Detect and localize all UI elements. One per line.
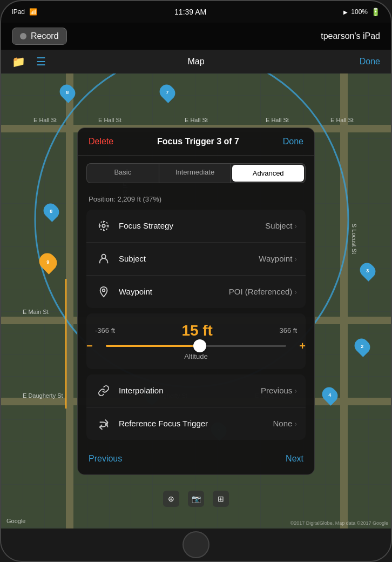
reference-focus-chevron: ›: [294, 419, 297, 428]
reference-focus-value: None: [273, 419, 292, 428]
focus-strategy-label: Focus Strategy: [119, 221, 265, 230]
location-icon: ▶: [343, 9, 348, 15]
toolbar: 📁 ☰ Map Done: [1, 50, 391, 73]
focus-trigger-modal: Delete Focus Trigger 3 of 7 Done Basic I…: [77, 128, 315, 475]
tab-intermediate[interactable]: Intermediate: [159, 164, 232, 183]
status-left: iPad 📶: [12, 8, 37, 16]
subject-row[interactable]: Subject Waypoint ›: [86, 243, 306, 276]
filter-icon[interactable]: ☰: [36, 55, 46, 68]
interpolation-chevron: ›: [294, 386, 297, 395]
slider-min: -366 ft: [95, 326, 115, 334]
battery-label: 100%: [351, 8, 368, 16]
slider-track[interactable]: [106, 345, 286, 347]
waypoint-value: POI (Referenced): [229, 287, 293, 296]
waypoint-label: Waypoint: [119, 287, 229, 296]
slider-fill: [106, 345, 200, 347]
tab-advanced[interactable]: Advanced: [232, 165, 304, 182]
reference-focus-label: Reference Focus Trigger: [119, 419, 273, 428]
interpolation-icon: [95, 382, 112, 399]
modal-footer: Previous Next: [78, 445, 314, 474]
map-title: Map: [187, 57, 204, 66]
interpolation-value: Previous: [261, 386, 292, 395]
slider-value: 15 ft: [115, 322, 280, 339]
tab-control[interactable]: Basic Intermediate Advanced: [86, 163, 306, 183]
reference-focus-icon: [95, 415, 112, 432]
wifi-icon: 📶: [29, 8, 37, 16]
focus-strategy-row[interactable]: Focus Strategy Subject ›: [86, 210, 306, 243]
waypoint-icon: [95, 283, 112, 300]
svg-point-2: [102, 224, 105, 228]
tab-basic[interactable]: Basic: [87, 164, 159, 183]
slider-thumb[interactable]: [193, 339, 206, 352]
slider-minus-button[interactable]: −: [86, 339, 93, 352]
modal-header: Delete Focus Trigger 3 of 7 Done: [78, 128, 314, 156]
toolbar-left[interactable]: 📁 ☰: [12, 55, 46, 68]
previous-button[interactable]: Previous: [89, 454, 122, 464]
record-label: Record: [31, 31, 59, 41]
subject-label: Subject: [119, 254, 259, 263]
slider-wrapper: − +: [95, 345, 297, 347]
svg-point-4: [102, 254, 105, 258]
home-button[interactable]: [183, 531, 209, 558]
record-dot-icon: [20, 33, 26, 39]
svg-point-5: [103, 289, 105, 291]
bottom-bar: [1, 528, 391, 561]
interpolation-row[interactable]: Interpolation Previous ›: [86, 374, 306, 407]
device-frame: iPad 📶 11:39 AM ▶ 100% 🔋 Record tpearson…: [0, 0, 392, 562]
settings-section-1: Focus Strategy Subject › Subject Waypoin…: [86, 210, 306, 308]
focus-strategy-chevron: ›: [294, 222, 297, 230]
slider-max: 366 ft: [279, 326, 297, 334]
position-info: Position: 2,209 ft (37%): [78, 191, 314, 210]
ipad-label: iPad: [12, 8, 25, 16]
record-button[interactable]: Record: [12, 28, 67, 45]
slider-label: Altitude: [95, 352, 297, 360]
settings-section-2: Interpolation Previous › Reference Focus…: [86, 374, 306, 440]
modal-overlay: Delete Focus Trigger 3 of 7 Done Basic I…: [1, 73, 391, 528]
delete-button[interactable]: Delete: [89, 137, 113, 146]
subject-value: Waypoint: [259, 254, 292, 263]
time-display: 11:39 AM: [174, 8, 206, 16]
status-bar: iPad 📶 11:39 AM ▶ 100% 🔋: [1, 1, 391, 23]
device-name: tpearson's iPad: [321, 31, 380, 41]
subject-chevron: ›: [294, 255, 297, 263]
folder-icon[interactable]: 📁: [12, 55, 25, 68]
focus-strategy-value: Subject: [265, 221, 292, 230]
toolbar-done-button[interactable]: Done: [360, 57, 380, 66]
record-bar: Record tpearson's iPad: [1, 23, 391, 50]
focus-strategy-icon: [95, 217, 112, 235]
slider-plus-button[interactable]: +: [299, 339, 306, 352]
battery-icon: 🔋: [371, 8, 380, 16]
status-right: ▶ 100% 🔋: [343, 8, 380, 16]
subject-icon: [95, 250, 112, 267]
waypoint-chevron: ›: [294, 287, 297, 296]
waypoint-row[interactable]: Waypoint POI (Referenced) ›: [86, 276, 306, 308]
reference-focus-row[interactable]: Reference Focus Trigger None ›: [86, 407, 306, 440]
modal-title: Focus Trigger 3 of 7: [157, 137, 239, 146]
modal-done-button[interactable]: Done: [283, 137, 303, 146]
interpolation-label: Interpolation: [119, 386, 261, 395]
altitude-slider-section: -366 ft 15 ft 366 ft − + Altitude: [86, 313, 306, 369]
slider-range: -366 ft 15 ft 366 ft: [95, 322, 297, 339]
next-button[interactable]: Next: [286, 454, 303, 464]
